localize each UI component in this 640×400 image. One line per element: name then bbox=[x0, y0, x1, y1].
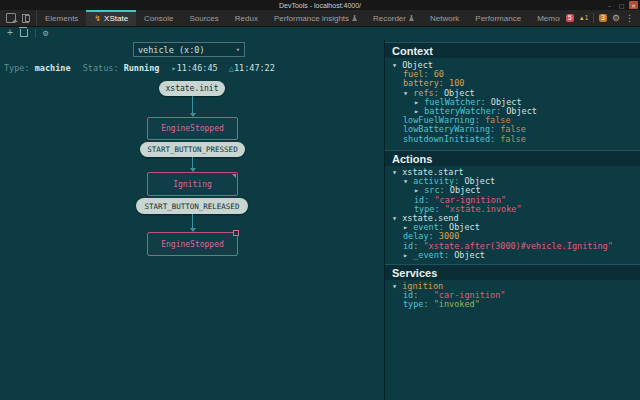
experiment-flask-icon bbox=[352, 15, 357, 21]
devtools-tabbar-right: 5 ▲1 3 ⚙ ⋮ bbox=[560, 10, 640, 26]
token-p: : bbox=[490, 134, 500, 144]
tab-label: Sources bbox=[189, 14, 218, 23]
inspect-element-icon[interactable] bbox=[6, 13, 16, 23]
type-value: machine bbox=[35, 63, 71, 73]
tab-xstate[interactable]: ↯XState bbox=[86, 10, 136, 26]
context-section-header: Context bbox=[385, 42, 640, 58]
experiment-flask-icon bbox=[409, 15, 414, 21]
devtools-menu-kebab-icon[interactable]: ⋮ bbox=[625, 13, 634, 23]
tab-performance[interactable]: Performance bbox=[467, 10, 529, 26]
context-tree: ▾ Objectfuel: 60battery: 100▾ refs: Obje… bbox=[385, 61, 640, 144]
node-square-badge bbox=[233, 230, 239, 236]
chevron-down-icon: ▾ bbox=[236, 46, 240, 54]
tab-label: Performance insights bbox=[274, 14, 349, 23]
actions-tree: ▾ xstate.start▾ activity: Object▸ src: O… bbox=[385, 168, 640, 260]
state-node-igniting[interactable]: Igniting bbox=[147, 172, 238, 196]
maximize-button[interactable]: □ bbox=[617, 1, 626, 9]
panel-toolbar-separator bbox=[35, 29, 36, 38]
window-title: DevTools - localhost:4000/ bbox=[279, 2, 361, 9]
device-toolbar-icon[interactable] bbox=[22, 14, 30, 22]
expander-arrow-icon: ▾ bbox=[392, 213, 402, 223]
started-time: ▸11:46:45 bbox=[172, 63, 218, 73]
expander-arrow-icon: ▾ bbox=[392, 167, 402, 177]
devtools-lead-icons bbox=[0, 10, 37, 26]
status-label: Status: bbox=[83, 63, 119, 73]
tab-label: XState bbox=[104, 14, 128, 23]
tab-label: Elements bbox=[45, 14, 78, 23]
devtools-tabs: Elements↯XStateConsoleSourcesReduxPerfor… bbox=[37, 10, 560, 26]
toolbar-separator bbox=[593, 13, 594, 23]
token-obj: Object bbox=[454, 250, 485, 260]
event-node-start-button-pressed[interactable]: START_BUTTON_PRESSED bbox=[140, 142, 245, 157]
devtools-tabbar: Elements↯XStateConsoleSourcesReduxPerfor… bbox=[0, 10, 640, 27]
token-bool: false bbox=[500, 134, 526, 144]
tab-recorder[interactable]: Recorder bbox=[365, 10, 422, 26]
event-node-xstate-init[interactable]: xstate.init bbox=[159, 81, 225, 96]
services-section-header: Services bbox=[385, 264, 640, 280]
minimize-button[interactable]: – bbox=[605, 1, 614, 9]
transition-arrow bbox=[192, 96, 193, 113]
close-button[interactable]: × bbox=[629, 1, 638, 9]
expander-arrow-icon: ▾ bbox=[392, 281, 402, 291]
transition-arrow bbox=[192, 157, 193, 168]
updated-time: △11:47:22 bbox=[229, 63, 275, 73]
tab-sources[interactable]: Sources bbox=[181, 10, 226, 26]
actions-section-header: Actions bbox=[385, 150, 640, 166]
tab-performance-insights[interactable]: Performance insights bbox=[266, 10, 365, 26]
tab-network[interactable]: Network bbox=[422, 10, 467, 26]
machine-selector-dropdown[interactable]: vehicle (x:0) ▾ bbox=[133, 42, 245, 57]
window-controls: – □ × bbox=[605, 1, 638, 9]
tab-console[interactable]: Console bbox=[136, 10, 181, 26]
token-p: : bbox=[444, 250, 454, 260]
trash-icon[interactable] bbox=[20, 29, 28, 37]
tree-line[interactable]: ▸ _event: Object bbox=[385, 251, 640, 260]
tab-label: Recorder bbox=[373, 14, 406, 23]
issues-count-badge[interactable]: 3 bbox=[599, 14, 607, 22]
xstate-panel-toolbar: + ⚙ bbox=[0, 26, 640, 40]
tab-memory[interactable]: Memory bbox=[529, 10, 560, 26]
machine-meta: Type: machine Status: Running ▸11:46:45 … bbox=[4, 63, 281, 73]
panel-settings-gear-icon[interactable]: ⚙ bbox=[43, 28, 48, 38]
expander-arrow-icon: ▾ bbox=[403, 176, 413, 186]
xstate-bolt-icon: ↯ bbox=[94, 14, 101, 23]
state-node-enginestopped[interactable]: EngineStopped bbox=[147, 117, 238, 140]
add-icon[interactable]: + bbox=[7, 28, 13, 38]
devtools-settings-gear-icon[interactable]: ⚙ bbox=[612, 13, 620, 23]
devtools-window: DevTools - localhost:4000/ – □ × Element… bbox=[0, 0, 640, 400]
token-kcyan: type bbox=[403, 299, 423, 309]
transition-arrow bbox=[192, 214, 193, 228]
expander-arrow-icon: ▾ bbox=[403, 88, 413, 98]
machine-selector-value: vehicle (x:0) bbox=[138, 45, 205, 55]
node-flag-badge bbox=[232, 174, 236, 178]
tab-label: Redux bbox=[235, 14, 258, 23]
status-value: Running bbox=[124, 63, 160, 73]
services-tree: ▾ ignitionid: "car-ignition"type: "invok… bbox=[385, 282, 640, 310]
token-kcyan: _event bbox=[413, 250, 444, 260]
expander-arrow-icon: ▾ bbox=[392, 60, 402, 70]
tab-elements[interactable]: Elements bbox=[37, 10, 86, 26]
token-kcyan: shutdownInitiated bbox=[403, 134, 490, 144]
error-count-badge[interactable]: 5 bbox=[566, 14, 574, 22]
event-node-start-button-released[interactable]: START_BUTTON_RELEASED bbox=[136, 198, 248, 214]
token-strg: "invoked" bbox=[434, 299, 480, 309]
token-obj: Object bbox=[506, 106, 537, 116]
type-label: Type: bbox=[4, 63, 30, 73]
tab-label: Performance bbox=[475, 14, 521, 23]
warning-count-badge[interactable]: ▲1 bbox=[579, 14, 589, 22]
tab-label: Console bbox=[144, 14, 173, 23]
tab-label: Network bbox=[430, 14, 459, 23]
state-node-enginestopped-final[interactable]: EngineStopped bbox=[147, 232, 238, 256]
tab-label: Memory bbox=[537, 14, 560, 23]
token-p: : bbox=[423, 299, 433, 309]
tab-redux[interactable]: Redux bbox=[227, 10, 266, 26]
tree-line[interactable]: type: "invoked" bbox=[385, 300, 640, 309]
expander-arrow-icon: ▸ bbox=[403, 250, 413, 260]
inspector-pane: Context ▾ Objectfuel: 60battery: 100▾ re… bbox=[384, 40, 640, 400]
tree-line[interactable]: shutdownInitiated: false bbox=[385, 135, 640, 144]
window-titlebar: DevTools - localhost:4000/ – □ × bbox=[0, 0, 640, 10]
